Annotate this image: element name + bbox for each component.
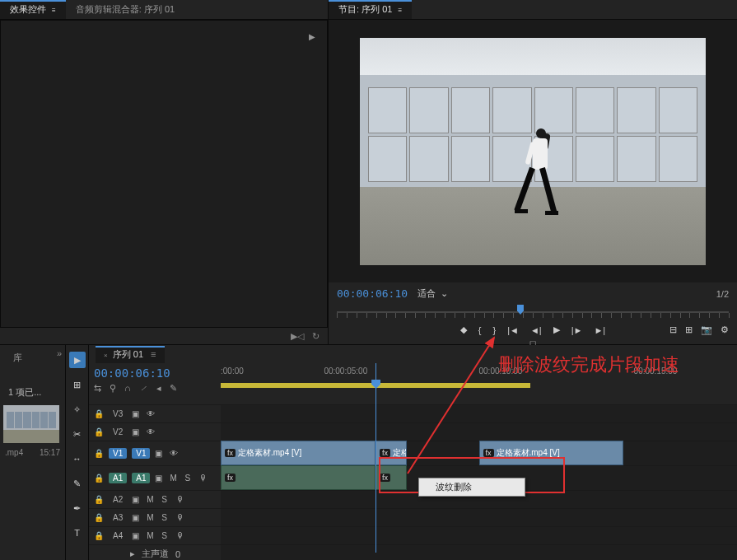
toggle-output-icon[interactable]: ▣ <box>132 427 142 436</box>
track-lane[interactable] <box>221 422 737 441</box>
toggle-output-icon[interactable]: ▣ <box>132 495 142 504</box>
audio-track-header: 🔒A4▣M S 🎙 <box>89 526 221 544</box>
tool-5[interactable]: ✎ <box>69 475 86 492</box>
program-timecode[interactable]: 00:00:06:10 <box>337 287 408 300</box>
toggle-output-icon[interactable]: ▣ <box>132 531 142 540</box>
lock-icon[interactable]: 🔒 <box>94 449 104 458</box>
toggle-output-icon[interactable]: ▣ <box>132 513 142 522</box>
mute-button[interactable]: M <box>147 531 156 540</box>
track-source-tag[interactable]: A1 <box>109 473 127 483</box>
audio-clip[interactable]: fx <box>221 465 375 490</box>
audio-clip[interactable]: fx <box>375 465 407 490</box>
track-lane[interactable] <box>221 508 737 526</box>
eye-icon[interactable]: 👁 <box>170 449 180 458</box>
lock-icon[interactable]: 🔒 <box>94 531 104 540</box>
lock-icon[interactable]: 🔒 <box>94 495 104 504</box>
resolution-dropdown[interactable]: 1/2 <box>716 289 729 299</box>
add-marker-button[interactable]: ◆ <box>460 324 467 335</box>
audio-mixer-tab[interactable]: 音频剪辑混合器: 序列 01 <box>66 0 184 19</box>
video-clip[interactable]: fx定格素材.mp4 [V] <box>479 441 624 465</box>
timeline-timecode[interactable]: 00:00:06:10 <box>94 366 216 380</box>
effects-controls-tab[interactable]: 效果控件 ≡ <box>0 0 66 19</box>
track-target-tag[interactable]: V2 <box>109 427 127 437</box>
solo-button[interactable]: S <box>161 513 171 522</box>
export-frame-button[interactable]: 📷 <box>701 324 712 335</box>
mark-in-button[interactable]: { <box>478 325 482 335</box>
toggle-output-icon[interactable]: ▣ <box>155 474 165 483</box>
record-button[interactable]: 🎙 <box>176 513 186 522</box>
panel-chevron-icon[interactable]: » <box>57 348 62 366</box>
clip-thumbnail[interactable] <box>3 405 59 443</box>
solo-button[interactable]: S <box>161 495 171 504</box>
solo-button[interactable]: S <box>184 474 194 483</box>
track-lane[interactable] <box>221 404 737 422</box>
menu-icon[interactable]: ≡ <box>398 7 402 14</box>
tool-column: ▶⊞✧✂↔✎✒T <box>66 345 89 560</box>
timeline-header-icon[interactable]: ⟋ <box>139 383 148 394</box>
library-tab[interactable]: 库 <box>3 348 32 366</box>
track-target-tag[interactable]: A2 <box>109 494 127 505</box>
record-button[interactable]: 🎙 <box>199 474 209 483</box>
mute-button[interactable]: M <box>147 513 156 522</box>
solo-button[interactable]: S <box>161 531 171 540</box>
timeline-header-icon[interactable]: ◂ <box>156 383 161 394</box>
timeline-header-icon[interactable]: ✎ <box>170 383 177 394</box>
panel-footer-icon[interactable]: ▶◁ <box>291 331 304 342</box>
menu-icon[interactable]: ≡ <box>52 7 56 14</box>
track-target-tag[interactable]: A3 <box>109 512 127 523</box>
eye-icon[interactable]: 👁 <box>147 409 156 418</box>
tool-6[interactable]: ✒ <box>69 500 86 516</box>
menu-icon[interactable]: ≡ <box>151 349 156 359</box>
timeline-header-icon[interactable]: ⇆ <box>94 383 101 394</box>
program-scrubber[interactable] <box>337 305 729 320</box>
track-lane[interactable] <box>221 544 737 560</box>
timeline-ruler[interactable]: :00:0000:00:05:0000:00:10:0000:00:15:000… <box>221 366 737 381</box>
timeline-header-icon[interactable]: ∩ <box>124 383 131 394</box>
record-button[interactable]: 🎙 <box>176 531 186 540</box>
timeline-header-icon[interactable]: ⚲ <box>110 383 116 394</box>
expand-icon[interactable]: ▸ <box>130 548 135 559</box>
lock-icon[interactable]: 🔒 <box>94 513 104 522</box>
sequence-tab[interactable]: × 序列 01 ≡ <box>96 346 165 363</box>
track-lane[interactable] <box>221 526 737 544</box>
tool-4[interactable]: ↔ <box>69 450 86 467</box>
lift-button[interactable]: ⊟ <box>669 324 677 335</box>
program-tab[interactable]: 节目: 序列 01 ≡ <box>329 0 412 19</box>
ripple-delete-item[interactable]: 波纹删除 <box>419 478 525 496</box>
tool-1[interactable]: ⊞ <box>69 376 86 393</box>
video-clip[interactable]: fx定格 <box>375 441 407 465</box>
panel-footer-icon[interactable]: ↻ <box>312 331 320 342</box>
record-button[interactable]: 🎙 <box>176 495 186 504</box>
go-to-out-button[interactable]: ►| <box>594 325 605 335</box>
extract-button[interactable]: ⊞ <box>685 324 693 335</box>
step-forward-button[interactable]: |► <box>571 325 583 335</box>
panel-arrow-icon[interactable]: ▶ <box>309 32 315 41</box>
timeline-playhead[interactable] <box>375 363 376 553</box>
track-target-tag[interactable]: V3 <box>109 408 127 419</box>
video-clip[interactable]: fx定格素材.mp4 [V] <box>221 441 375 465</box>
tool-7[interactable]: T <box>69 525 86 541</box>
program-monitor[interactable] <box>329 20 737 282</box>
step-back-button[interactable]: ◄| <box>530 325 542 335</box>
track-target-tag[interactable]: A1 <box>132 473 150 483</box>
tool-0[interactable]: ▶ <box>69 352 86 368</box>
ruler-mark: 00:00:05:00 <box>324 366 367 376</box>
zoom-fit-dropdown[interactable]: 适合 ⌄ <box>417 287 448 300</box>
track-source-tag[interactable]: V1 <box>109 448 127 459</box>
track-target-tag[interactable]: V1 <box>132 448 150 459</box>
toggle-output-icon[interactable]: ▣ <box>155 449 165 458</box>
eye-icon[interactable]: 👁 <box>147 427 156 436</box>
mute-button[interactable]: M <box>170 474 180 483</box>
tool-2[interactable]: ✧ <box>69 401 86 418</box>
mute-button[interactable]: M <box>147 495 156 504</box>
go-to-in-button[interactable]: |◄ <box>507 325 519 335</box>
play-button[interactable]: ▶ <box>553 324 560 335</box>
lock-icon[interactable]: 🔒 <box>94 474 104 483</box>
toggle-output-icon[interactable]: ▣ <box>132 409 142 418</box>
mark-out-button[interactable]: } <box>493 325 497 335</box>
track-target-tag[interactable]: A4 <box>109 530 127 541</box>
lock-icon[interactable]: 🔒 <box>94 409 104 418</box>
settings-button[interactable]: ⚙ <box>721 324 729 335</box>
lock-icon[interactable]: 🔒 <box>94 427 104 436</box>
tool-3[interactable]: ✂ <box>69 426 86 442</box>
